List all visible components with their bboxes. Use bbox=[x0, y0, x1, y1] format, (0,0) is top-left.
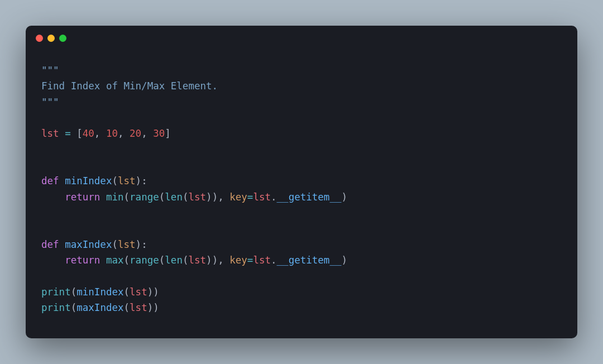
def-keyword: def bbox=[41, 175, 65, 186]
equals-op: = bbox=[59, 128, 77, 139]
paren-close: ) bbox=[341, 191, 347, 203]
maximize-icon[interactable] bbox=[59, 35, 66, 42]
paren-open: ( bbox=[112, 239, 118, 250]
code-window: """ Find Index of Min/Max Element. """ l… bbox=[26, 26, 577, 338]
param-lst: lst bbox=[118, 175, 136, 186]
paren-close-colon: ): bbox=[136, 239, 147, 250]
num-30: 30 bbox=[153, 128, 165, 139]
builtin-min: min bbox=[106, 191, 124, 203]
comma: , bbox=[94, 128, 106, 139]
paren-close: ) bbox=[147, 302, 154, 313]
minimize-icon[interactable] bbox=[47, 35, 55, 42]
docstring-text: Find Index of Min/Max Element. bbox=[41, 80, 218, 92]
docstring-close: """ bbox=[41, 97, 59, 108]
num-20: 20 bbox=[130, 128, 141, 139]
builtin-print: print bbox=[41, 302, 71, 313]
paren-open: ( bbox=[71, 302, 77, 313]
window-titlebar bbox=[26, 26, 577, 50]
paren-open: ( bbox=[71, 286, 77, 298]
paren-open: ( bbox=[159, 191, 165, 203]
kwarg-key: key bbox=[229, 191, 247, 203]
paren-close: ) bbox=[341, 255, 347, 266]
indent bbox=[41, 191, 65, 203]
builtin-len: len bbox=[165, 191, 183, 203]
param-lst: lst bbox=[118, 239, 136, 250]
var-lst: lst bbox=[130, 286, 147, 298]
equals-op: = bbox=[247, 191, 253, 203]
dunder-getitem: __getitem__ bbox=[277, 255, 342, 266]
paren-close: ) bbox=[153, 286, 159, 298]
dot: . bbox=[271, 191, 277, 203]
builtin-range: range bbox=[130, 191, 159, 203]
paren-open: ( bbox=[183, 255, 189, 266]
paren-close: ) bbox=[206, 191, 212, 203]
paren-open: ( bbox=[124, 302, 130, 313]
equals-op: = bbox=[247, 255, 253, 266]
dot: . bbox=[271, 255, 277, 266]
bracket-close: ] bbox=[165, 128, 171, 139]
builtin-len: len bbox=[165, 255, 183, 266]
fn-maxindex: maxIndex bbox=[65, 239, 112, 250]
paren-open: ( bbox=[124, 286, 130, 298]
call-minindex: minIndex bbox=[76, 286, 123, 298]
bracket-open: [ bbox=[76, 128, 83, 139]
comma: , bbox=[218, 191, 229, 203]
var-lst: lst bbox=[253, 255, 271, 266]
comma: , bbox=[141, 128, 153, 139]
close-icon[interactable] bbox=[36, 35, 43, 42]
builtin-print: print bbox=[41, 286, 71, 298]
paren-close: ) bbox=[206, 255, 212, 266]
num-10: 10 bbox=[106, 128, 118, 139]
builtin-max: max bbox=[106, 255, 124, 266]
paren-close: ) bbox=[212, 255, 218, 266]
def-keyword: def bbox=[41, 239, 65, 250]
builtin-range: range bbox=[130, 255, 159, 266]
paren-open: ( bbox=[112, 175, 118, 186]
var-lst: lst bbox=[253, 191, 271, 203]
var-lst: lst bbox=[188, 191, 206, 203]
kwarg-key: key bbox=[229, 255, 247, 266]
docstring-open: """ bbox=[41, 65, 59, 76]
return-keyword: return bbox=[65, 255, 106, 266]
paren-open: ( bbox=[159, 255, 165, 266]
var-lst: lst bbox=[41, 128, 59, 139]
paren-open: ( bbox=[183, 191, 189, 203]
code-editor[interactable]: """ Find Index of Min/Max Element. """ l… bbox=[26, 50, 577, 338]
paren-close: ) bbox=[153, 302, 159, 313]
var-lst: lst bbox=[188, 255, 206, 266]
fn-minindex: minIndex bbox=[65, 175, 112, 186]
paren-close: ) bbox=[147, 286, 154, 298]
paren-close: ) bbox=[212, 191, 218, 203]
num-40: 40 bbox=[83, 128, 94, 139]
var-lst: lst bbox=[130, 302, 147, 313]
return-keyword: return bbox=[65, 191, 106, 203]
paren-close-colon: ): bbox=[136, 175, 147, 186]
comma: , bbox=[218, 255, 229, 266]
paren-open: ( bbox=[124, 255, 130, 266]
comma: , bbox=[118, 128, 130, 139]
indent bbox=[41, 255, 65, 266]
call-maxindex: maxIndex bbox=[76, 302, 123, 313]
paren-open: ( bbox=[124, 191, 130, 203]
dunder-getitem: __getitem__ bbox=[277, 191, 342, 203]
